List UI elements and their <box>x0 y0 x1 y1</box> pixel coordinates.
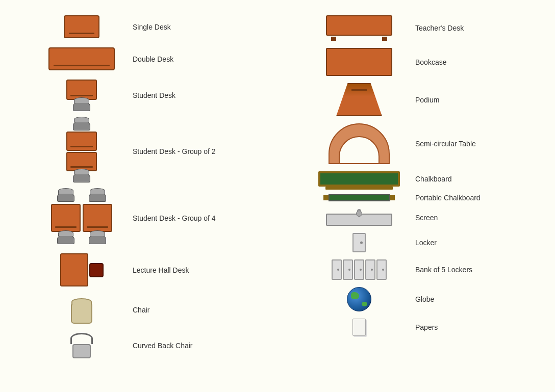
podium-icon <box>336 83 382 116</box>
chair-back <box>70 333 93 344</box>
single-desk-icon <box>64 15 99 38</box>
globe-icon <box>347 287 371 311</box>
locker-label: Locker <box>415 239 437 247</box>
globe-icon-area <box>313 287 405 311</box>
portable-board-label: Portable Chalkboard <box>415 194 481 202</box>
locker-icon <box>352 233 366 252</box>
group2-icon <box>66 120 97 182</box>
podium-icon-area <box>313 83 405 116</box>
curved-chair-label: Curved Back Chair <box>133 342 193 350</box>
lecture-icon <box>60 253 104 286</box>
group4-icon-area <box>41 192 122 244</box>
list-item: Chalkboard <box>313 171 545 187</box>
list-item: Papers <box>313 319 545 336</box>
list-item: Globe <box>313 287 545 311</box>
leg <box>382 37 387 41</box>
desk-shape <box>60 253 88 286</box>
left-panel: Single Desk Double Desk Student Desk <box>10 15 272 377</box>
bottom-chairs <box>57 234 106 244</box>
screen-label: Screen <box>415 214 438 222</box>
bookcase-icon <box>326 48 392 76</box>
desk-shape <box>326 15 392 36</box>
desk-shape <box>66 80 97 100</box>
chair-shape <box>89 234 106 244</box>
chairs-bottom <box>73 172 90 182</box>
desks <box>66 132 97 171</box>
locker-icon-area <box>313 233 405 252</box>
screen-shape <box>326 214 392 226</box>
chair-seat <box>72 344 91 358</box>
chair-shape <box>89 192 106 202</box>
portable-board-icon-area <box>313 194 405 201</box>
desk-shape <box>66 132 97 151</box>
main-container: Single Desk Double Desk Student Desk <box>0 0 555 392</box>
list-item: Podium <box>313 83 545 116</box>
locker-unit <box>365 259 375 280</box>
list-item: Curved Back Chair <box>41 333 272 358</box>
list-item: Screen <box>313 209 545 226</box>
bookcase-icon-area <box>313 48 405 76</box>
list-item: Bank of 5 Lockers <box>313 259 545 280</box>
lecture-label: Lecture Hall Desk <box>133 266 189 274</box>
podium-label: Podium <box>415 96 439 104</box>
group2-label: Student Desk - Group of 2 <box>133 147 216 155</box>
list-item: Semi-circular Table <box>313 123 545 164</box>
list-item: Student Desk <box>41 80 272 111</box>
list-item: Bookcase <box>313 48 545 76</box>
chair-label: Chair <box>133 306 149 314</box>
lecture-icon-area <box>41 253 122 286</box>
chair-shape <box>57 192 74 202</box>
semi-table-icon <box>329 123 390 164</box>
desks-row <box>51 204 112 232</box>
student-desk-icon-area <box>41 80 122 111</box>
single-desk-label: Single Desk <box>133 23 171 31</box>
list-item: Student Desk - Group of 4 <box>41 192 272 244</box>
list-item: Lecture Hall Desk <box>41 253 272 286</box>
legs <box>331 37 387 41</box>
teachers-desk-icon <box>326 15 392 41</box>
double-desk-label: Double Desk <box>133 55 173 63</box>
curved-chair-icon-area <box>41 333 122 358</box>
screen-icon-area <box>313 209 405 226</box>
board-shape <box>329 194 390 201</box>
papers-icon-area <box>313 319 405 336</box>
chair-icon-area <box>41 296 122 324</box>
chair-shape <box>73 101 90 111</box>
podium-shape <box>336 83 382 116</box>
bookcase-label: Bookcase <box>415 58 446 66</box>
group4-icon <box>51 192 112 244</box>
list-item: Chair <box>41 296 272 324</box>
right-panel: Teacher's Desk Bookcase Podium <box>272 15 545 377</box>
teachers-desk-icon-area <box>313 15 405 41</box>
desk-shape <box>51 204 81 232</box>
list-item: Student Desk - Group of 2 <box>41 120 272 182</box>
top-chairs <box>57 192 106 202</box>
chairs-top <box>73 120 90 130</box>
chair-shape <box>73 172 90 182</box>
desk-shape <box>83 204 112 232</box>
list-item: Double Desk <box>41 47 272 70</box>
list-item: Teacher's Desk <box>313 15 545 41</box>
chair-shape <box>57 234 74 244</box>
bank-lockers-icon-area <box>313 259 405 280</box>
chair-shape <box>89 263 104 277</box>
semi-table-label: Semi-circular Table <box>415 140 476 148</box>
chair-shape <box>73 120 90 130</box>
locker-unit <box>343 259 353 280</box>
locker-unit <box>376 259 387 280</box>
student-desk-label: Student Desk <box>133 91 175 99</box>
podium-line <box>351 89 367 91</box>
locker-unit <box>332 259 342 280</box>
chair-icon <box>69 296 94 324</box>
semi-table-icon-area <box>313 123 405 164</box>
bank-lockers-icon <box>332 259 387 280</box>
chalkboard-icon-area <box>313 171 405 187</box>
list-item: Locker <box>313 233 545 252</box>
double-desk-icon-area <box>41 47 122 70</box>
chalkboard-label: Chalkboard <box>415 175 452 183</box>
curved-chair-icon <box>70 333 93 358</box>
teachers-desk-label: Teacher's Desk <box>415 24 464 32</box>
leg <box>331 37 336 41</box>
locker-unit <box>354 259 364 280</box>
double-desk-icon <box>48 47 115 70</box>
